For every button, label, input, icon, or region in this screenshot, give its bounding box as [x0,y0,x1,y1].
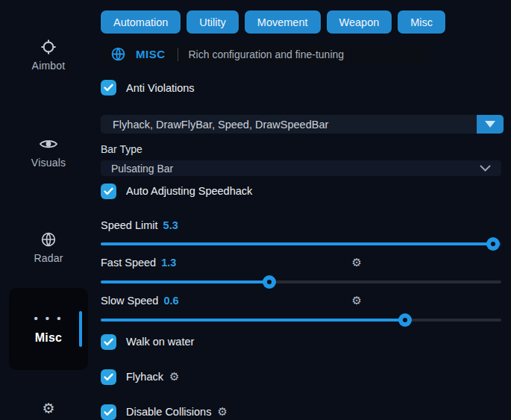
bar-multi-select-open-button[interactable] [477,115,504,134]
speed-limit-value: 5.3 [163,219,178,231]
slow-speed-label-row: Slow Speed 0.6 ⚙ [101,294,504,307]
disable-collisions-checkbox[interactable] [101,404,116,420]
sidebar-label-visuals: Visuals [31,157,66,169]
anti-violations-row: Anti Violations [101,80,504,95]
bar-type-select[interactable]: Pulsating Bar [101,160,501,176]
tab-misc[interactable]: Misc [398,10,445,34]
sidebar-label-misc: Misc [35,331,62,345]
sidebar-item-radar[interactable]: Radar [9,221,88,275]
slider-thumb[interactable] [486,237,500,251]
slider-fill [101,319,405,322]
chevron-down-icon [480,165,491,172]
slow-speed-gear-icon[interactable]: ⚙ [352,294,362,307]
globe-icon [41,231,56,248]
flyhack-label-text: Flyhack [126,371,163,383]
auto-adjusting-label: Auto Adjusting Speedhack [126,185,252,197]
active-indicator-bar [79,311,82,347]
disable-collisions-row: Disable Collisions ⚙ [101,404,504,420]
auto-adjusting-row: Auto Adjusting Speedhack [101,184,504,199]
slider-fill [101,280,269,283]
walk-on-water-checkbox[interactable] [101,334,116,350]
tab-weapon[interactable]: Weapon [327,10,392,34]
crosshair-icon [40,39,57,55]
sidebar: Aimbot Visuals Radar • • • Misc ⚙ Settin… [0,0,97,420]
slider-thumb[interactable] [263,275,276,289]
gear-icon: ⚙ [42,400,54,416]
fast-speed-slider[interactable] [101,275,501,284]
speed-limit-slider[interactable] [101,237,501,246]
fast-speed-label-row: Fast Speed 1.3 ⚙ [101,256,504,269]
triangle-down-icon [485,121,495,128]
main-content: Automation Utility Movement Weapon Misc … [97,0,511,420]
auto-adjusting-checkbox[interactable] [101,184,116,199]
section-subtitle: Rich configuration and fine-tuning [189,48,345,60]
fast-speed-label: Fast Speed [101,257,156,269]
disable-collisions-label-text: Disable Collisions [126,406,211,418]
sidebar-item-visuals[interactable]: Visuals [9,125,88,179]
section-header: MISC Rich configuration and fine-tuning [101,45,429,63]
slow-speed-value: 0.6 [163,295,178,307]
slider-thumb[interactable] [398,313,412,327]
flyhack-row: Flyhack ⚙ [101,369,504,385]
sidebar-item-settings[interactable]: ⚙ Settings [9,389,88,420]
tab-movement[interactable]: Movement [245,10,321,34]
bar-multi-select-value: Flyhack, DrawFlyBar, Speed, DrawSpeedBar [101,115,477,134]
disable-collisions-gear-icon[interactable]: ⚙ [217,405,227,419]
sidebar-item-misc[interactable]: • • • Misc [9,288,88,370]
flyhack-label: Flyhack ⚙ [126,370,179,383]
disable-collisions-label: Disable Collisions ⚙ [126,405,228,419]
fast-speed-value: 1.3 [161,257,176,269]
flyhack-checkbox[interactable] [101,369,116,385]
tab-utility[interactable]: Utility [186,10,238,34]
bar-type-label: Bar Type [101,143,504,155]
speed-limit-label-row: Speed Limit 5.3 [101,219,504,231]
walk-on-water-label: Walk on water [126,336,194,348]
tab-automation[interactable]: Automation [101,10,181,34]
speed-limit-label: Speed Limit [101,219,158,231]
slow-speed-slider[interactable] [101,313,501,322]
fast-speed-gear-icon[interactable]: ⚙ [352,256,362,269]
eye-icon [40,136,57,152]
globe-icon [111,47,125,61]
divider [178,48,178,61]
ellipsis-icon: • • • [34,310,63,327]
bar-multi-select[interactable]: Flyhack, DrawFlyBar, Speed, DrawSpeedBar [101,115,504,134]
sidebar-label-aimbot: Aimbot [32,60,66,72]
walk-on-water-row: Walk on water [101,334,504,350]
flyhack-gear-icon[interactable]: ⚙ [169,370,179,383]
slow-speed-label: Slow Speed [101,295,158,307]
sidebar-item-aimbot[interactable]: Aimbot [9,28,88,82]
slider-fill [101,242,493,245]
category-tabs: Automation Utility Movement Weapon Misc [101,10,504,34]
anti-violations-checkbox[interactable] [101,80,116,95]
bar-type-value: Pulsating Bar [111,163,173,175]
sidebar-label-radar: Radar [34,252,63,264]
anti-violations-label: Anti Violations [126,82,195,94]
section-title: MISC [136,48,166,60]
